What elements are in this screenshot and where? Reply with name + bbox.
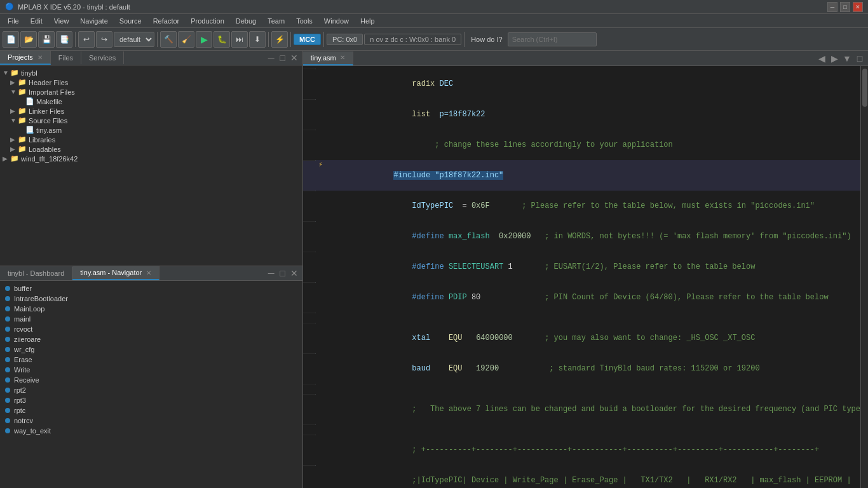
nav-item-intrare[interactable]: IntrareBootloader [3, 294, 300, 304]
tab-navigator[interactable]: tiny.asm - Navigator ✕ [72, 266, 159, 280]
nav-dot-mainl [5, 316, 10, 322]
save-all-button[interactable]: 📑 [56, 31, 72, 48]
nav-dot-buffer [5, 286, 10, 291]
nav-label-intrare: IntrareBootloader [14, 295, 68, 302]
tree-item-source-files[interactable]: ▼ 📁 Source Files [3, 116, 300, 125]
nav-item-ziieroare[interactable]: ziieroare [3, 334, 300, 344]
tab-tiny-asm[interactable]: tiny.asm ✕ [303, 51, 353, 65]
nav-item-buffer[interactable]: buffer [3, 283, 300, 294]
menu-production[interactable]: Production [186, 16, 229, 26]
tree-label-libraries: Libraries [29, 136, 55, 144]
menu-view[interactable]: View [49, 16, 74, 26]
menu-team[interactable]: Team [262, 16, 290, 26]
tab-navigator-close[interactable]: ✕ [146, 269, 151, 276]
nav-item-erase[interactable]: Erase [3, 355, 300, 365]
menu-edit[interactable]: Edit [25, 16, 48, 26]
build-project-button[interactable]: 🔨 [160, 31, 177, 48]
tree-item-libraries[interactable]: ▶ 📁 Libraries [3, 135, 300, 144]
editor-dropdown[interactable]: ▼ [841, 53, 853, 64]
menu-tools[interactable]: Tools [291, 16, 318, 26]
tree-item-important-files[interactable]: ▼ 📁 Important Files [3, 87, 300, 97]
menu-debug[interactable]: Debug [231, 16, 261, 26]
line-content-8: #define PDIP 80 ; PIN Count of Device (6… [326, 282, 829, 313]
panel-close-button[interactable]: ✕ [288, 52, 300, 64]
step-into-button[interactable]: ⬇ [249, 31, 266, 48]
nav-dot-rptc [5, 408, 10, 413]
step-over-button[interactable]: ⏭ [231, 31, 248, 48]
debug-button[interactable]: 🐛 [214, 31, 230, 48]
menu-source[interactable]: Source [114, 16, 147, 26]
tab-projects[interactable]: Projects ✕ [0, 51, 51, 65]
editor-left-scroll[interactable]: ◀ [816, 53, 827, 64]
save-button[interactable]: 💾 [38, 31, 55, 48]
run-button[interactable]: ▶ [196, 31, 212, 48]
clean-button[interactable]: 🧹 [178, 31, 194, 48]
app-title: MPLAB X IDE v5.20 - tinybl : default [18, 3, 130, 11]
program-button[interactable]: ⚡ [271, 31, 288, 48]
editor-right-scroll[interactable]: ▶ [829, 53, 840, 64]
line-gutter-3 [303, 130, 316, 130]
editor-vscroll[interactable] [860, 66, 868, 488]
tree-item-header-files[interactable]: ▶ 📁 Header Files [3, 78, 300, 87]
tree-item-tinybl[interactable]: ▼ 📁 tinybl [3, 68, 300, 78]
menu-refactor[interactable]: Refactor [148, 16, 185, 26]
code-line-8: #define PDIP 80 ; PIN Count of Device (6… [303, 282, 860, 313]
menu-window[interactable]: Window [319, 16, 354, 26]
nav-item-mainl[interactable]: mainl [3, 314, 300, 324]
panel-maximize-button[interactable]: □ [277, 52, 288, 64]
nav-item-mainloop[interactable]: MainLoop [3, 304, 300, 314]
code-line-16: ;|IdTypePIC| Device | Write_Page | Erase… [303, 465, 860, 488]
nav-item-wr-cfg[interactable]: wr_cfg [3, 344, 300, 355]
redo-button[interactable]: ↪ [96, 31, 112, 48]
nav-item-rcvoct[interactable]: rcvoct [3, 324, 300, 334]
bottom-panel-maximize[interactable]: □ [277, 268, 288, 279]
line-gutter-6 [303, 221, 316, 222]
tree-arrow-header: ▶ [10, 79, 18, 86]
undo-button[interactable]: ↩ [78, 31, 95, 48]
mcc-button[interactable]: MCC [294, 34, 321, 45]
tree-item-loadables[interactable]: ▶ 📁 Loadables [3, 144, 300, 154]
maximize-button[interactable]: □ [840, 2, 850, 12]
tab-files[interactable]: Files [51, 51, 81, 64]
nav-label-way-to-exit: way_to_exit [14, 427, 51, 435]
menubar: File Edit View Navigate Source Refactor … [0, 14, 868, 28]
tab-services[interactable]: Services [81, 51, 124, 64]
bottom-left-panel: tinybl - Dashboard tiny.asm - Navigator … [0, 266, 302, 488]
search-input[interactable] [508, 32, 597, 46]
tree-label-loadables: Loadables [29, 146, 61, 153]
close-button[interactable]: ✕ [853, 2, 863, 12]
nav-item-way-to-exit[interactable]: way_to_exit [3, 426, 300, 436]
bottom-panel-close[interactable]: ✕ [288, 268, 300, 279]
menu-help[interactable]: Help [355, 16, 380, 26]
new-file-button[interactable]: 📄 [3, 31, 19, 48]
nav-item-rpt3[interactable]: rpt3 [3, 395, 300, 405]
panel-minimize-button[interactable]: ─ [266, 52, 277, 64]
tree-item-wind-tft[interactable]: ▶ 📁 wind_tft_18f26k42 [3, 154, 300, 163]
tree-arrow-linker: ▶ [10, 107, 18, 114]
tree-label-header-files: Header Files [29, 79, 68, 86]
nav-item-rpt2[interactable]: rpt2 [3, 385, 300, 395]
bottom-tab-bar: tinybl - Dashboard tiny.asm - Navigator … [0, 266, 302, 281]
tab-dashboard[interactable]: tinybl - Dashboard [0, 267, 72, 280]
open-button[interactable]: 📂 [20, 31, 37, 48]
nav-item-rptc[interactable]: rptc [3, 405, 300, 416]
pc-display: PC: 0x0 [327, 34, 363, 45]
nav-item-receive[interactable]: Receive [3, 375, 300, 385]
toolbar-separator-5 [323, 32, 324, 47]
bottom-panel-minimize[interactable]: ─ [266, 268, 277, 279]
editor-restore[interactable]: □ [854, 53, 865, 64]
project-dropdown[interactable]: default [114, 32, 154, 47]
minimize-button[interactable]: ─ [827, 2, 837, 12]
editor-vscroll-thumb[interactable] [862, 69, 867, 107]
tree-item-linker-files[interactable]: ▶ 📁 Linker Files [3, 106, 300, 116]
tab-projects-close[interactable]: ✕ [37, 54, 43, 61]
tab-tiny-asm-close[interactable]: ✕ [340, 54, 345, 61]
nav-item-write[interactable]: Write [3, 365, 300, 375]
code-content[interactable]: radix DEC list p=18f87k22 [303, 66, 860, 488]
nav-item-notrcv[interactable]: notrcv [3, 416, 300, 426]
menu-navigate[interactable]: Navigate [75, 16, 112, 26]
tree-item-tiny-asm[interactable]: 📃 tiny.asm [3, 125, 300, 135]
menu-file[interactable]: File [3, 16, 24, 26]
tree-item-makefile[interactable]: 📄 Makefile [3, 97, 300, 106]
nav-label-buffer: buffer [14, 285, 32, 292]
